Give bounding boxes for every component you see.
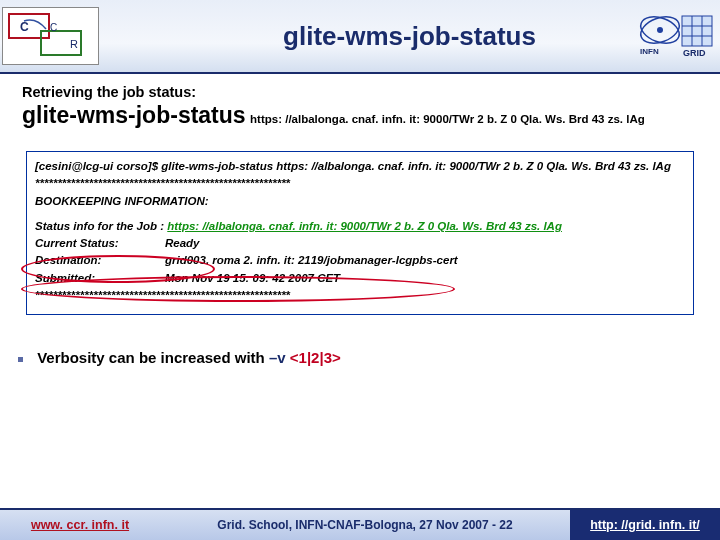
footer-right: http: //grid. infn. it/ bbox=[570, 510, 720, 540]
svg-text:C: C bbox=[50, 22, 57, 33]
svg-point-8 bbox=[657, 27, 663, 33]
status-intro: Status info for the Job : bbox=[35, 220, 164, 232]
terminal-status-intro-row: Status info for the Job : https: //albal… bbox=[35, 218, 685, 235]
bullet-icon bbox=[18, 357, 23, 362]
svg-text:C: C bbox=[20, 20, 29, 34]
footer-left: www. ccr. infn. it bbox=[0, 518, 160, 532]
terminal-divider: ****************************************… bbox=[35, 175, 685, 192]
svg-text:INFN: INFN bbox=[640, 47, 659, 56]
status-url-link[interactable]: https: //albalonga. cnaf. infn. it: 9000… bbox=[167, 220, 562, 232]
logo-infn-grid: INFN GRID bbox=[636, 8, 716, 60]
content-area: Retrieving the job status: glite-wms-job… bbox=[0, 74, 720, 366]
row-current: Current Status: Ready bbox=[35, 235, 685, 252]
svg-rect-10 bbox=[682, 16, 712, 46]
footer-mid: Grid. School, INFN-CNAF-Bologna, 27 Nov … bbox=[160, 518, 570, 532]
verbosity-text: Verbosity can be increased with bbox=[37, 349, 269, 366]
page-title: glite-wms-job-status bbox=[99, 21, 720, 52]
verbosity-flag: –v bbox=[269, 349, 290, 366]
row-dest-key: Destination: bbox=[35, 252, 165, 269]
logo-ccr: C C R bbox=[2, 7, 99, 65]
command-name: glite-wms-job-status bbox=[22, 102, 246, 128]
footer-right-link[interactable]: http: //grid. infn. it/ bbox=[590, 518, 700, 532]
command-line: glite-wms-job-status https: //albalonga.… bbox=[22, 102, 698, 129]
terminal-divider2: ****************************************… bbox=[35, 287, 685, 304]
command-url: https: //albalonga. cnaf. infn. it: 9000… bbox=[250, 113, 645, 125]
row-submitted-key: Submitted: bbox=[35, 270, 165, 287]
row-current-val: Ready bbox=[165, 235, 200, 252]
row-submitted: Submitted: Mon Nov 19 15: 09: 42 2007 CE… bbox=[35, 270, 685, 287]
retrieve-label: Retrieving the job status: bbox=[22, 84, 698, 100]
verbosity-vals: <1|2|3> bbox=[290, 349, 341, 366]
terminal-bookkeeping: BOOKKEEPING INFORMATION: bbox=[35, 193, 685, 210]
row-dest-val: grid003. roma 2. infn. it: 2119/jobmanag… bbox=[165, 252, 458, 269]
header-band: C C R glite-wms-job-status INFN GRID bbox=[0, 0, 720, 74]
svg-text:R: R bbox=[70, 38, 78, 50]
terminal-cmd: glite-wms-job-status https: //albalonga.… bbox=[161, 160, 671, 172]
terminal-box: [cesini@lcg-ui corso]$ glite-wms-job-sta… bbox=[26, 151, 694, 315]
verbosity-line: Verbosity can be increased with –v <1|2|… bbox=[22, 349, 698, 366]
terminal-line-cmd: [cesini@lcg-ui corso]$ glite-wms-job-sta… bbox=[35, 158, 685, 175]
prompt: [cesini@lcg-ui corso]$ bbox=[35, 160, 158, 172]
footer-band: www. ccr. infn. it Grid. School, INFN-CN… bbox=[0, 508, 720, 540]
row-destination: Destination: grid003. roma 2. infn. it: … bbox=[35, 252, 685, 269]
row-submitted-val: Mon Nov 19 15: 09: 42 2007 CET bbox=[165, 270, 340, 287]
svg-text:GRID: GRID bbox=[683, 48, 706, 58]
row-current-key: Current Status: bbox=[35, 235, 165, 252]
footer-left-link[interactable]: www. ccr. infn. it bbox=[31, 518, 129, 532]
